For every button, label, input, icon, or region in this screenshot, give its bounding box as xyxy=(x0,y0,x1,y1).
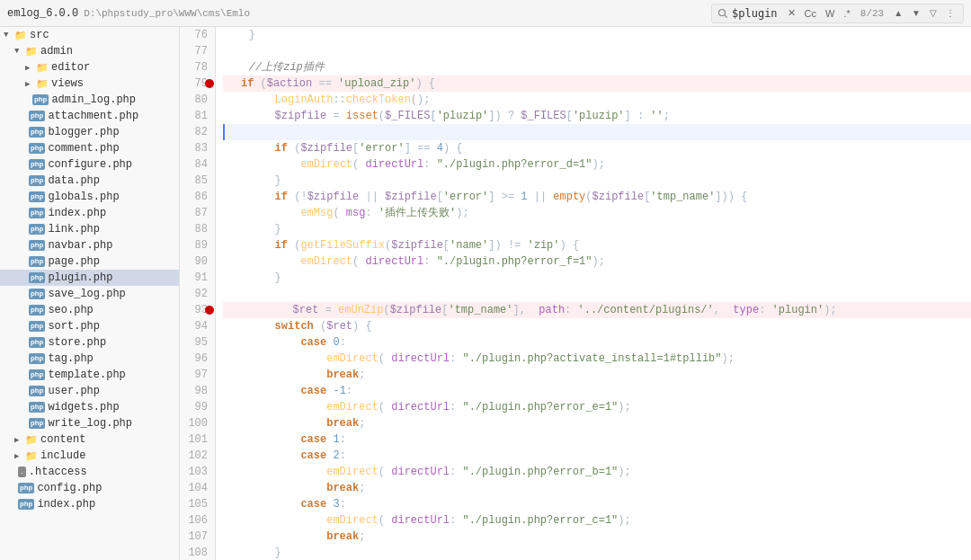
php-icon: php xyxy=(29,143,45,154)
search-close-button[interactable]: ✕ xyxy=(785,6,798,20)
line-num-108: 108 xyxy=(187,545,208,560)
php-icon: php xyxy=(29,240,45,251)
search-bar[interactable]: $plugin ✕ Cc W .* 8/23 ▲ ▼ ▽ ⋮ xyxy=(711,4,964,23)
file-label: navbar.php xyxy=(48,239,112,252)
tree-root[interactable]: ▼ 📁 src xyxy=(0,27,179,43)
sidebar-item-comment[interactable]: php comment.php xyxy=(0,140,179,156)
sidebar-item-user[interactable]: php user.php xyxy=(0,383,179,399)
search-value: $plugin xyxy=(732,7,778,20)
sidebar-item-admin-log[interactable]: php admin_log.php xyxy=(0,92,179,108)
code-line-77 xyxy=(223,43,971,59)
search-prev-button[interactable]: ▲ xyxy=(891,7,905,19)
sidebar-item-attachment[interactable]: php attachment.php xyxy=(0,108,179,124)
content-arrow: ▶ xyxy=(14,435,25,445)
code-line-96: emDirect( directUrl: "./plugin.php?activ… xyxy=(223,351,971,367)
search-case-button[interactable]: Cc xyxy=(802,7,819,20)
line-num-104: 104 xyxy=(187,480,208,496)
sidebar-item-configure[interactable]: php configure.php xyxy=(0,156,179,173)
sidebar-item-content[interactable]: ▶ 📁 content xyxy=(0,431,179,448)
code-line-105: case 3: xyxy=(223,496,971,512)
sidebar-item-widgets[interactable]: php widgets.php xyxy=(0,399,179,415)
search-filter-button[interactable]: ▽ xyxy=(927,7,940,19)
line-num-97: 97 xyxy=(187,367,208,383)
code-line-95: case 0: xyxy=(223,334,971,351)
code-line-91: } xyxy=(223,270,971,286)
file-label: user.php xyxy=(48,385,100,397)
line-num-105: 105 xyxy=(187,496,208,512)
sidebar-item-page[interactable]: php page.php xyxy=(0,253,179,270)
file-label: comment.php xyxy=(48,142,119,155)
line-num-96: 96 xyxy=(187,351,208,367)
content-label: content xyxy=(40,433,85,446)
svg-point-0 xyxy=(719,9,726,15)
sidebar-item-admin[interactable]: ▼ 📁 admin xyxy=(0,43,179,59)
file-label: blogger.php xyxy=(48,126,119,138)
file-path: D:\phpstudy_pro\WWW\cms\Emlo xyxy=(84,8,250,19)
php-icon: php xyxy=(29,256,45,267)
sidebar-item-views[interactable]: ▶ 📁 views xyxy=(0,76,179,92)
file-tree[interactable]: ▼ 📁 src ▼ 📁 admin ▶ 📁 editor ▶ 📁 views xyxy=(0,27,180,560)
sidebar-item-root-index[interactable]: php index.php xyxy=(0,496,179,512)
php-icon: php xyxy=(18,483,34,493)
breakpoint-93 xyxy=(205,306,214,315)
code-line-94: switch ($ret) { xyxy=(223,318,971,334)
code-line-89: if (getFileSuffix($zipfile['name']) != '… xyxy=(223,237,971,253)
php-icon: php xyxy=(29,386,45,396)
php-icon: php xyxy=(29,208,45,218)
line-num-102: 102 xyxy=(187,448,208,464)
sidebar-item-link[interactable]: php link.php xyxy=(0,221,179,237)
sidebar-item-write-log[interactable]: php write_log.php xyxy=(0,415,179,431)
file-label: globals.php xyxy=(48,191,119,203)
file-label: seo.php xyxy=(48,304,93,316)
line-num-77: 77 xyxy=(187,43,208,59)
line-num-92: 92 xyxy=(187,286,208,302)
code-editor[interactable]: 76 77 78 79 80 81 82 83 84 85 86 87 88 8… xyxy=(180,27,971,560)
search-count: 8/23 xyxy=(860,8,884,19)
file-label: widgets.php xyxy=(48,401,119,413)
line-num-86: 86 xyxy=(187,189,208,205)
line-num-80: 80 xyxy=(187,92,208,108)
content-folder-icon: 📁 xyxy=(25,434,38,446)
file-label: admin_log.php xyxy=(51,93,136,106)
line-num-100: 100 xyxy=(187,415,208,431)
search-regex-button[interactable]: .* xyxy=(841,7,852,20)
title-bar: emlog_6.0.0 D:\phpstudy_pro\WWW\cms\Emlo… xyxy=(0,0,971,27)
code-line-100: break; xyxy=(223,415,971,431)
search-more-button[interactable]: ⋮ xyxy=(943,7,958,19)
sidebar-item-config[interactable]: php config.php xyxy=(0,480,179,496)
sidebar-item-globals[interactable]: php globals.php xyxy=(0,189,179,205)
sidebar-item-template[interactable]: php template.php xyxy=(0,367,179,383)
sidebar-item-editor[interactable]: ▶ 📁 editor xyxy=(0,59,179,76)
line-num-84: 84 xyxy=(187,156,208,173)
sidebar-item-blogger[interactable]: php blogger.php xyxy=(0,124,179,140)
code-line-108: } xyxy=(223,545,971,560)
sidebar-item-save-log[interactable]: php save_log.php xyxy=(0,286,179,302)
code-line-81: $zipfile = isset($_FILES['pluzip']) ? $_… xyxy=(223,108,971,124)
sidebar-item-sort[interactable]: php sort.php xyxy=(0,318,179,334)
line-num-99: 99 xyxy=(187,399,208,415)
sidebar-item-seo[interactable]: php seo.php xyxy=(0,302,179,318)
file-label: template.php xyxy=(48,369,125,381)
code-line-84: emDirect( directUrl: "./plugin.php?error… xyxy=(223,156,971,173)
file-label: plugin.php xyxy=(48,271,112,284)
admin-arrow: ▼ xyxy=(14,47,25,56)
php-icon: php xyxy=(29,191,45,202)
sidebar-item-store[interactable]: php store.php xyxy=(0,334,179,351)
sidebar-item-htaccess[interactable]: . .htaccess xyxy=(0,464,179,480)
sidebar-item-plugin[interactable]: php plugin.php xyxy=(0,270,179,286)
sidebar-item-include[interactable]: ▶ 📁 include xyxy=(0,448,179,464)
sidebar-item-data[interactable]: php data.php xyxy=(0,173,179,189)
search-next-button[interactable]: ▼ xyxy=(909,7,923,19)
code-line-90: emDirect( directUrl: "./plugin.php?error… xyxy=(223,253,971,270)
search-word-button[interactable]: W xyxy=(823,7,837,20)
line-num-78: 78 xyxy=(187,59,208,76)
sidebar-item-tag[interactable]: php tag.php xyxy=(0,351,179,367)
sidebar-item-navbar[interactable]: php navbar.php xyxy=(0,237,179,253)
editor-label: editor xyxy=(51,61,90,74)
line-num-95: 95 xyxy=(187,334,208,351)
code-line-98: case -1: xyxy=(223,383,971,399)
sidebar-item-index[interactable]: php index.php xyxy=(0,205,179,221)
code-container: 76 77 78 79 80 81 82 83 84 85 86 87 88 8… xyxy=(180,27,971,560)
code-line-106: emDirect( directUrl: "./plugin.php?error… xyxy=(223,512,971,529)
file-label: attachment.php xyxy=(48,110,138,122)
